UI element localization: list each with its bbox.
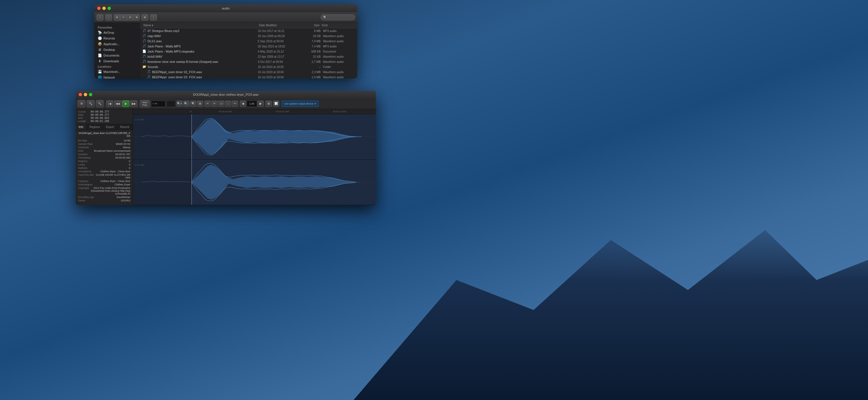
size-column-header[interactable]: Size [301,23,321,27]
file-row[interactable]: 🎵Jack Plane - Walls.MP326 Sep 2015 at 18… [140,44,357,49]
file-row[interactable]: 🎵DLS1.wav5 Sep 2019 at 09:047,9 MBWavefo… [140,38,357,44]
copyright-value: 2012 Fox Audio Post-Production (Househol… [90,187,130,195]
region-button[interactable]: ▭ [218,100,224,107]
info-section: DOORAppl_close door CLOTHES DRYER_FOX Bi… [76,130,133,204]
file-row[interactable]: 🎵kick8.WAV22 Apr 2009 at 13:1731 KBWavef… [140,54,357,59]
file-row[interactable]: 🎵BEEPAppl_oven timer 02_FOX.wav16 Jul 20… [140,69,357,74]
output-device-label: Use system output device [284,102,313,105]
sidebar-item-documents[interactable]: 📄 Documents [94,53,140,58]
gallery-view-button[interactable]: ⊠ [133,14,140,21]
volume-control[interactable]: 0 dB [151,100,165,107]
file-name-cell: 🎵kick8.WAV [142,55,258,59]
file-kind: Folder [321,65,355,68]
name-column-header[interactable]: Name ▾ [142,23,258,27]
sidebar-item-downloads[interactable]: ⬇ Downloads [94,58,140,64]
marker-button[interactable]: ⬦ [225,100,231,107]
audio-waveform-area[interactable]: C 00:00:00.500 00:00:01.000 00:00:01.500… [133,109,376,205]
tab-regions[interactable]: Regions [87,124,103,130]
file-name-text: clap.WAV [148,34,161,38]
back-button[interactable]: ‹ [97,14,103,21]
file-kind: Waveform audio [321,55,355,58]
desktop-icon: 🖥 [98,48,102,52]
trim-button[interactable]: ✂ [204,100,211,107]
share-button[interactable]: ↑ [150,14,157,21]
envelope-button[interactable]: 〜 [232,100,238,107]
column-view-button[interactable]: ⊟ [127,14,133,21]
sidebar-item-macintosh[interactable]: 💾 Macintosh... [94,69,140,74]
file-size: 1,9 MB [301,76,321,79]
zoom-reset-button[interactable]: 🔍 [190,100,196,107]
sort-button[interactable]: ⚙ [142,14,148,21]
zoom-out-button[interactable]: 🔍- [183,100,189,107]
sidebar-item-airdrop[interactable]: 📡 AirDrop [94,30,140,35]
sidebar-item-recents[interactable]: 🕐 Recents [94,35,140,41]
file-date: 3 Oct 2017 at 09:54 [258,60,301,63]
audio-close-button[interactable] [79,93,82,96]
file-name-cell: 🎵limestone mine sine sweep B-format (Sni… [142,60,258,64]
waveform-channel-1[interactable]: -3.01 dBfs [133,114,376,160]
audio-editor-titlebar: DOORAppl_close door clothes dryer_FOX.wa… [76,91,376,98]
file-icon: 🎵 [142,55,146,59]
favourites-label: Favourites [94,25,140,30]
audio-tools-btn[interactable]: 🔧 [87,100,95,107]
zoom-decrement[interactable]: ◀ [240,100,246,107]
finder-file-list: Name ▾ Date Modified Size Kind 🎵07 Shotg… [140,23,357,79]
audio-minimize-button[interactable] [84,93,87,96]
normalize-button[interactable]: ⊞ [266,100,272,107]
tab-export[interactable]: Export [103,124,117,130]
kind-column-header[interactable]: Kind [321,23,355,27]
applications-icon: 📦 [98,42,102,46]
duration-row: Duration 00:00:01.787 [78,153,130,156]
cut-button[interactable]: ✂ [211,100,217,107]
volume-slider[interactable] [167,100,175,107]
list-view-button[interactable]: ≡ [120,14,127,21]
sidebar-item-applications[interactable]: 📦 Applicatio... [94,41,140,47]
file-name-text: 07 Shotgun Blues.mp3 [148,29,179,33]
file-row[interactable]: 📄Jack Plane - Walls.MP3.reapeaks4 May 20… [140,49,357,54]
auto-play-button[interactable]: AutoPlay [140,100,150,107]
audio-extra-btn[interactable]: 🔧 [96,100,104,107]
audio-maximize-button[interactable] [89,93,92,96]
icon-view-button[interactable]: ⊞ [114,14,120,21]
cursor-time: 00:00:00.377 [91,110,109,113]
start-label: Start [78,114,89,116]
tab-recent[interactable]: Recent [117,124,132,130]
cursor-row: Cursor 00:00:00.377 [78,110,130,113]
file-row[interactable]: 📁Sounds16 Jul 2020 at 18:05--Folder [140,64,357,69]
play-button[interactable]: ▶ [122,100,129,107]
desktop: audio ‹ › ⊞ ≡ ⊟ ⊠ ⚙ ↑ 🔍 Favourites 📡 Air… [0,0,868,400]
file-row[interactable]: 🎵clap.WAV29 Jun 2009 at 09:2833 KBWavefo… [140,33,357,38]
waveform-channel-2[interactable]: -3.01 dBfs [133,160,376,205]
regions-label: Regions [78,160,88,162]
fast-forward-button[interactable]: ▶▶ [130,100,137,107]
zoom-in-button[interactable]: 🔍+ [176,100,183,107]
date-column-header[interactable]: Date Modified [258,23,301,27]
zoom-increment[interactable]: ▶ [257,100,264,107]
file-row[interactable]: 🎵BEEPAppl_oven timer 03_FOX.wav16 Jul 20… [140,74,357,79]
rewind-button[interactable]: ◀◀ [114,100,121,107]
ruler-1500ms: 00:00:01.500 [333,110,346,113]
finder-title: audio [222,7,230,10]
search-box[interactable]: 🔍 [321,14,355,20]
sidebar-item-desktop[interactable]: 🖥 Desktop [94,47,140,53]
minimize-button[interactable] [102,7,106,10]
file-name-text: BEEPAppl_oven timer 03_FOX.wav [152,75,202,79]
forward-button[interactable]: › [105,14,112,21]
casc-row: Casc/Info-title CLOSE DOOR CLOTHES DRYER [78,174,130,179]
file-name-text: Jack Plane - Walls.MP3.reapeaks [148,50,194,53]
sidebar-item-network[interactable]: 🌐 Network [94,74,140,79]
file-row[interactable]: 🎵limestone mine sine sweep B-format (Sni… [140,59,357,64]
maximize-button[interactable] [107,7,111,10]
finder-titlebar: audio [94,4,357,12]
tab-info[interactable]: Info [76,124,87,130]
file-icon: 🎵 [147,75,151,79]
close-button[interactable] [97,7,101,10]
genre-label: Genre [78,199,85,202]
audio-settings-btn[interactable]: ⚙ [78,100,86,107]
duration-label: Duration [78,153,88,156]
file-row[interactable]: 🎵07 Shotgun Blues.mp310 Oct 2017 at 16:2… [140,28,357,33]
meters-button[interactable]: 📊 [273,100,279,107]
output-device-selector[interactable]: Use system output device ▾ [281,100,319,107]
go-start-button[interactable]: |◀ [106,100,114,107]
zoom-fit-button[interactable]: ⊞ [197,100,203,107]
